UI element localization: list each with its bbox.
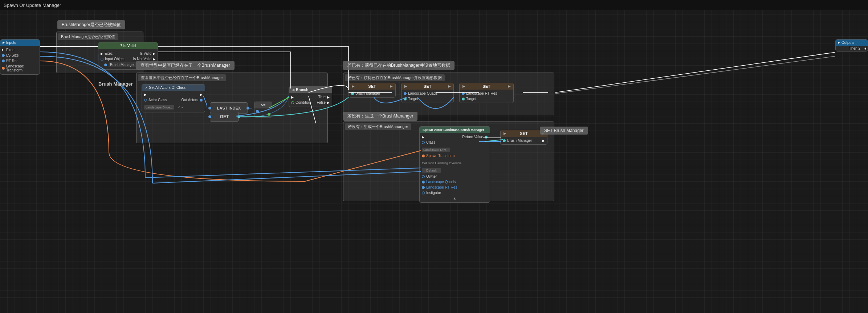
set3-lrr-label: Landscape RT Res — [466, 91, 497, 95]
is-valid-title: ? Is Valid — [120, 44, 136, 48]
rt-res-pin — [2, 59, 5, 62]
branch-exec-row: ▶ True ▶ — [289, 94, 332, 100]
branch-header: ◀ Branch — [289, 87, 332, 93]
out-actors-pin — [200, 99, 203, 102]
condition-pin — [291, 101, 294, 104]
outputs-node: ▶ Outputs Then 2 — [835, 39, 868, 52]
set2-target-label: Target — [408, 97, 418, 101]
no-exist-box-label: 若没有：生成一个BrushMananger — [345, 123, 411, 130]
condition-label: Condition — [296, 100, 311, 104]
set-landscape-quads-node: ▶ SET ▶ Landscape Quads Target — [401, 83, 454, 103]
set2-lq-pin — [404, 92, 407, 95]
set2-target-pin — [404, 98, 407, 100]
set2-header: ▶ SET ▶ — [402, 83, 453, 90]
spawn-transform-pin — [422, 155, 425, 157]
class-label: Class — [426, 140, 435, 144]
outputs-label: Outputs — [841, 41, 854, 45]
set3-target-pin — [462, 98, 465, 100]
outputs-body: Then 2 — [836, 46, 868, 51]
set3-lrr-row: Landscape RT Res — [460, 91, 513, 96]
default-label: Default — [422, 168, 441, 173]
set1-bm-pin — [351, 92, 354, 95]
pin-exec: Exec — [0, 47, 40, 53]
inputs-label: Inputs — [6, 41, 16, 45]
set3-target-row: Target — [460, 96, 513, 102]
brush-manager-label: Brush Manager — [98, 81, 133, 87]
spawn-actor-header: Spawn Actor Landmass Brush Manager — [420, 127, 490, 133]
set3-body: Landscape RT Res Target — [460, 90, 513, 103]
spawn-actor-label: Spawn Actor Landmass Brush Manager — [423, 128, 484, 132]
is-valid-exec-row: ▶ Exec Is Valid ▶ — [98, 51, 158, 56]
landscape-transform-label: Landscape Transform — [6, 64, 38, 72]
rt-res-label: RT Res — [6, 59, 19, 63]
landscape-drive2-label: Landscape Driv... — [422, 148, 450, 152]
set1-header: ▶ SET ▶ — [349, 83, 395, 90]
pin-ls-size: LS Size — [0, 53, 40, 58]
compare-body — [254, 108, 272, 117]
already-has-text: 若已有：获得已存在的BrushManager并设置地形数据 — [347, 63, 450, 68]
compare-out-pin — [268, 113, 270, 116]
landscape-transform-pin — [2, 67, 5, 70]
is-valid-exec-in: Exec — [105, 52, 113, 55]
exec-pin — [2, 49, 5, 52]
sa-lrr-row: Landscape RT Res — [420, 185, 490, 190]
set3-target-label: Target — [466, 97, 476, 101]
ls-size-label: LS Size — [6, 53, 19, 57]
outputs-header: ▶ Outputs — [836, 40, 868, 46]
false-label: False — [317, 100, 326, 104]
get-all-actors-node: ✓ Get All Actors Of Class ▶ ▶ Actor Clas… — [142, 84, 205, 112]
compare-pin-row1 — [256, 110, 270, 113]
bm-box-label: BrushManager是否已经被赋值 — [58, 33, 118, 40]
instigator-label: Instigator — [426, 191, 441, 195]
set-bm-spawn-pin — [503, 139, 506, 142]
last-index-in-pin — [208, 107, 211, 110]
ga-actor-class-row: Actor Class Out Actors — [142, 97, 205, 103]
ga-landscape-row: Landscape Drive... ✓ ✓ — [142, 103, 205, 111]
set-bm-spawn-body: Brush Manager ▶ — [501, 137, 547, 144]
collision-label: Collision Handling Override — [422, 161, 461, 165]
get-all-actors-header: ✓ Get All Actors Of Class — [142, 85, 205, 91]
instigator-pin — [422, 191, 425, 194]
compare-node: >= — [254, 102, 272, 118]
inputs-header: ▶ Inputs — [0, 40, 40, 46]
sa-up-arrow: ▲ — [420, 195, 490, 201]
no-exist-floating: 若没有：生成一个BrushMananger — [343, 112, 417, 121]
set-bm-spawn-bm-row: Brush Manager ▶ — [501, 138, 547, 143]
inputs-body: Exec LS Size RT Res Landscape Transform — [0, 46, 40, 74]
branch-cond-row: Condition False ▶ — [289, 100, 332, 105]
compare-pin-row2 — [256, 113, 270, 116]
sa-default-row: Default — [420, 166, 490, 174]
check-world-box-label: 查看世界中是否已经存在了一个BrushManager — [138, 74, 226, 81]
last-index-out-pin — [246, 107, 249, 110]
brush-manager-pin — [104, 63, 107, 66]
brush-manager-page-label: Brush Manager — [98, 81, 133, 87]
input-obj-pin — [101, 58, 103, 61]
sa-spawn-transform-row: Spawn Transform — [420, 153, 490, 158]
sa-collision-label: Collision Handling Override — [420, 158, 490, 166]
then2-label: Then 2 — [849, 46, 860, 50]
set2-lq-label: Landscape Quads — [408, 91, 437, 95]
sa-exec-row: ▶ Return Value — [420, 134, 490, 140]
owner-pin — [422, 175, 425, 178]
no-exist-label-text: 若没有：生成一个BrushMananger — [348, 124, 408, 129]
return-value-label: Return Value — [462, 135, 483, 139]
branch-icon: ◀ — [292, 88, 294, 92]
get-label: GET — [220, 114, 229, 119]
true-label: True — [318, 95, 326, 99]
outputs-icon: ▶ — [838, 41, 840, 44]
set1-body: Brush Manager — [349, 90, 395, 97]
class-pin — [422, 141, 425, 144]
spawn-transform-label: Spawn Transform — [426, 154, 455, 158]
sa-lrr-label: Landscape RT Res — [426, 185, 457, 189]
brush-manager-sub: Brush Manager — [109, 62, 136, 67]
compare-header: >= — [254, 102, 272, 108]
set-brush-manager-floating: SET Brush Manager — [540, 127, 588, 135]
pin-then2: Then 2 — [836, 46, 868, 51]
set3-lrr-pin — [462, 92, 465, 95]
sa-class-row: Class — [420, 140, 490, 145]
owner-label: Owner — [426, 174, 437, 178]
actor-class-label: Actor Class — [148, 98, 167, 102]
check-world-floating: 查看世界中是否已经存在了一个BrushManager — [136, 61, 235, 70]
sa-lq-label: Landscape Quads — [426, 180, 456, 184]
set2-body: Landscape Quads Target — [402, 90, 453, 103]
